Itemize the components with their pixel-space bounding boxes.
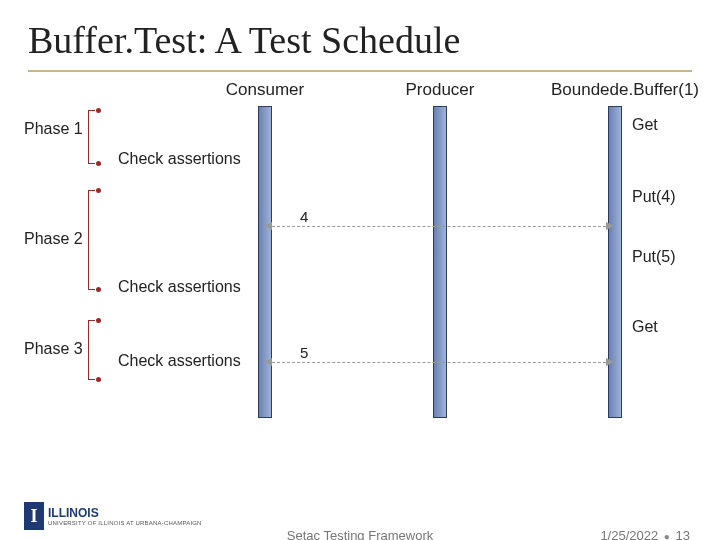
phase-2-label: Phase 2: [24, 230, 83, 248]
lane-producer-label: Producer: [390, 80, 490, 100]
arrowhead-5-left: [264, 358, 272, 366]
msg-line-5: [272, 362, 606, 363]
arrowhead-4-left: [264, 222, 272, 230]
phase-1-bracket: [88, 110, 95, 164]
footer-bullet-icon: ●: [662, 531, 672, 540]
title-divider: [28, 70, 692, 72]
phase-1-label: Phase 1: [24, 120, 83, 138]
arrowhead-5-right: [606, 358, 614, 366]
msg-5: 5: [300, 344, 308, 361]
phase-2-bracket: [88, 190, 95, 290]
page-title: Buffer.Test: A Test Schedule: [0, 0, 720, 62]
phase-3-label: Phase 3: [24, 340, 83, 358]
arrowhead-4-right: [606, 222, 614, 230]
footer-right: 1/25/2022 ● 13: [600, 528, 690, 540]
illinois-logo: I ILLINOIS UNIVERSITY OF ILLINOIS AT URB…: [24, 502, 202, 530]
phase-3-bracket: [88, 320, 95, 380]
footer-page: 13: [676, 528, 690, 540]
footer-center: Setac Testing Framework: [287, 528, 433, 540]
sequence-diagram: Consumer Producer Boundede.Buffer(1) Pha…: [0, 80, 720, 440]
event-put5: Put(5): [632, 248, 676, 266]
lane-buffer-label: Boundede.Buffer(1): [540, 80, 710, 100]
check-assertions-1: Check assertions: [118, 150, 241, 168]
lifeline-buffer: [608, 106, 622, 418]
logo-block-i: I: [24, 502, 44, 530]
check-assertions-3: Check assertions: [118, 352, 241, 370]
lifeline-producer: [433, 106, 447, 418]
msg-4: 4: [300, 208, 308, 225]
msg-line-4: [272, 226, 606, 227]
check-assertions-2: Check assertions: [118, 278, 241, 296]
lifeline-consumer: [258, 106, 272, 418]
logo-subtitle: UNIVERSITY OF ILLINOIS AT URBANA-CHAMPAI…: [48, 520, 202, 526]
event-get-2: Get: [632, 318, 658, 336]
event-put4: Put(4): [632, 188, 676, 206]
lane-consumer-label: Consumer: [215, 80, 315, 100]
logo-name: ILLINOIS: [48, 506, 99, 520]
footer-date: 1/25/2022: [600, 528, 658, 540]
event-get-1: Get: [632, 116, 658, 134]
